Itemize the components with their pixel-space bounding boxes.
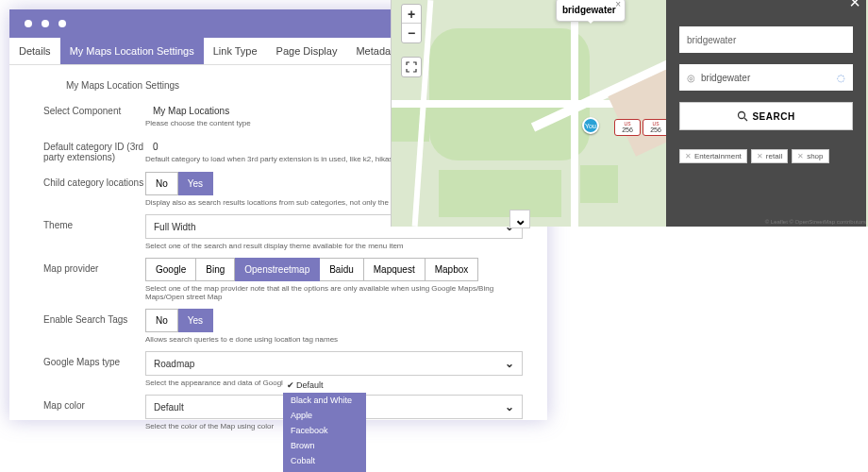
- provider-bing[interactable]: Bing: [196, 258, 235, 281]
- close-icon[interactable]: ×: [849, 0, 860, 11]
- collapse-button[interactable]: ⌄: [509, 210, 530, 228]
- dd-item-default[interactable]: ✔Default: [283, 378, 366, 393]
- map-color-dropdown[interactable]: ✔Default Black and White Apple Facebook …: [283, 378, 366, 472]
- search-sidebar: × ◎ bridgewater ◌ SEARCH ✕Entertainment …: [666, 0, 866, 227]
- label-theme: Theme: [43, 214, 145, 230]
- tag-retail[interactable]: ✕retail: [751, 149, 788, 163]
- label-gmaps-type: Google Maps type: [43, 351, 145, 367]
- tag-list: ✕Entertainment ✕retail ✕shop: [679, 149, 853, 163]
- search-button-label: SEARCH: [752, 111, 794, 122]
- dd-item-brown[interactable]: Brown: [283, 438, 366, 453]
- tab-my-maps-location[interactable]: My Maps Location Settings: [60, 38, 204, 64]
- label-map-color: Map color: [43, 395, 145, 411]
- route-shield: US 256: [614, 119, 641, 136]
- label-map-provider: Map provider: [43, 258, 145, 274]
- search-input[interactable]: [679, 26, 853, 53]
- you-marker[interactable]: You: [582, 117, 599, 134]
- target-icon: ◎: [687, 73, 695, 83]
- map-provider-group[interactable]: Google Bing Openstreetmap Baidu Mapquest…: [145, 258, 534, 281]
- tab-link-type[interactable]: Link Type: [204, 38, 267, 64]
- tab-page-display[interactable]: Page Display: [267, 38, 347, 64]
- window-dot: [58, 20, 66, 27]
- svg-point-0: [739, 112, 745, 119]
- window-dot: [25, 20, 32, 27]
- label-select-component: Select Component: [43, 100, 145, 116]
- provider-baidu[interactable]: Baidu: [320, 258, 364, 281]
- map-feature: [429, 28, 590, 160]
- search-tags-no[interactable]: No: [145, 309, 178, 332]
- dd-item-bw[interactable]: Black and White: [283, 393, 366, 408]
- dd-item-cobalt[interactable]: Cobalt: [283, 453, 366, 468]
- chevron-down-icon: ⌄: [505, 357, 514, 370]
- hint: Select one of the map provider note that…: [145, 284, 534, 301]
- child-category-yes[interactable]: Yes: [178, 172, 213, 195]
- gmaps-type-select[interactable]: Roadmap ⌄: [145, 351, 523, 376]
- remove-icon[interactable]: ✕: [757, 152, 763, 160]
- dd-item-apple[interactable]: Apple: [283, 408, 366, 423]
- row-search-tags: Enable Search Tags No Yes Allows search …: [43, 309, 547, 344]
- chevron-down-icon: ⌄: [505, 400, 514, 413]
- popup-title: bridgewater: [562, 5, 616, 15]
- map-color-value: Default: [154, 402, 184, 413]
- label-search-tags: Enable Search Tags: [43, 309, 145, 325]
- row-map-provider: Map provider Google Bing Openstreetmap B…: [43, 258, 547, 301]
- hint: Allows search queries to e done using lo…: [145, 335, 534, 344]
- dd-item-facebook[interactable]: Facebook: [283, 423, 366, 438]
- zoom-out-button[interactable]: −: [402, 24, 421, 42]
- svg-line-1: [744, 118, 747, 121]
- search-button[interactable]: SEARCH: [679, 102, 853, 130]
- search-tags-yes[interactable]: Yes: [178, 309, 213, 332]
- tag-shop[interactable]: ✕shop: [792, 149, 828, 163]
- search-icon: [737, 110, 748, 122]
- dd-item-purple[interactable]: Purple: [283, 468, 366, 472]
- window-dot: [42, 20, 49, 27]
- map-popup: × bridgewater: [556, 0, 626, 22]
- map-feature: [439, 170, 561, 217]
- provider-mapquest[interactable]: Mapquest: [364, 258, 426, 281]
- loading-icon: ◌: [837, 73, 845, 83]
- tag-entertainment[interactable]: ✕Entertainment: [679, 149, 747, 163]
- fullscreen-icon: [406, 61, 417, 73]
- search-tags-toggle[interactable]: No Yes: [145, 309, 534, 332]
- gmaps-type-value: Roadmap: [154, 359, 194, 369]
- label-default-category: Default category ID (3rd party extension…: [43, 136, 145, 162]
- hint: Select one of the search and result disp…: [145, 242, 534, 250]
- check-icon: ✔: [287, 380, 294, 390]
- map-feature: [580, 165, 618, 203]
- zoom-in-button[interactable]: +: [402, 5, 421, 24]
- zoom-control: + −: [401, 4, 422, 43]
- location-input[interactable]: ◎ bridgewater ◌: [679, 64, 853, 91]
- remove-icon[interactable]: ✕: [797, 152, 804, 160]
- provider-mapbox[interactable]: Mapbox: [426, 258, 479, 281]
- location-value: bridgewater: [701, 73, 750, 83]
- map-attribution: © Leaflet © OpenStreetMap contributors: [765, 219, 866, 225]
- fullscreen-button[interactable]: [401, 57, 422, 77]
- remove-icon[interactable]: ✕: [685, 152, 692, 160]
- tab-details[interactable]: Details: [9, 38, 60, 64]
- chevron-down-icon: ⌄: [514, 211, 526, 228]
- child-category-no[interactable]: No: [145, 172, 178, 195]
- label-child-category: Child category locations: [43, 172, 145, 188]
- theme-value: Full Width: [154, 222, 195, 232]
- provider-google[interactable]: Google: [145, 258, 196, 281]
- popup-close-icon[interactable]: ×: [615, 0, 621, 9]
- provider-osm[interactable]: Openstreetmap: [235, 258, 320, 281]
- route-shield: US 256: [643, 119, 669, 136]
